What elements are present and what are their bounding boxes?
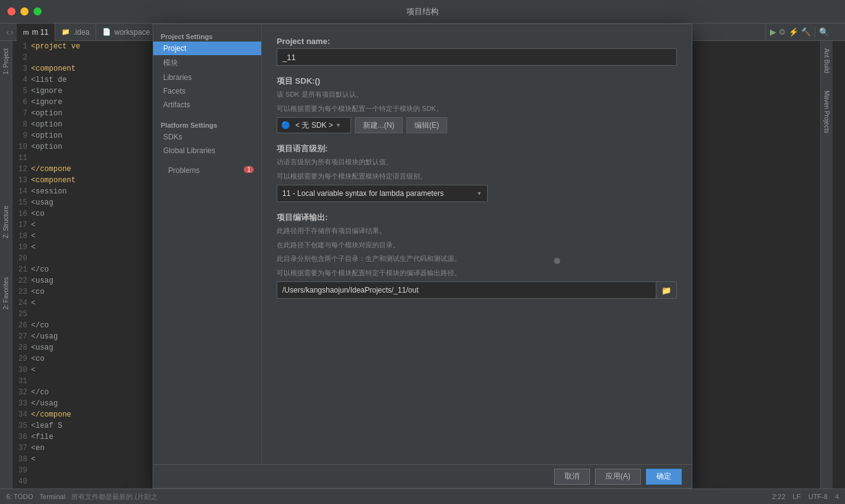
dialog-content: Project name: 项目 SDK:() 该 SDK 是所有项目默认认。 … xyxy=(262,24,692,464)
dialog-footer: 取消 应用(A) 确定 xyxy=(153,464,692,488)
language-section: 项目语言级别: 访语言级别为所有项目模块的默认值。 可以根据需要为每个模块配置模… xyxy=(277,143,677,202)
sdk-select[interactable]: 🔵 < 无 SDK > ▼ xyxy=(277,117,351,133)
encoding[interactable]: UTF-8 xyxy=(808,493,828,500)
output-desc3: 此目录分别包含两个子目录：生产和测试生产代码和测试源。 xyxy=(277,254,677,264)
sdk-new-button[interactable]: 新建...(N) xyxy=(355,117,403,133)
platform-settings-header: Platform Settings xyxy=(153,118,261,130)
nav-item-sdks[interactable]: SDKs xyxy=(153,130,261,144)
project-name-row: Project name: xyxy=(277,37,677,66)
project-settings-header: Project Settings xyxy=(153,29,261,42)
output-desc2: 在此路径下创建与每个模块对应的目录。 xyxy=(277,240,677,250)
sdk-select-value: < 无 SDK > xyxy=(295,120,333,131)
nav-item-global-libraries[interactable]: Global Libraries xyxy=(153,144,261,157)
nav-item-project[interactable]: Project xyxy=(153,42,261,55)
traffic-lights xyxy=(7,7,42,15)
sdk-controls: 🔵 < 无 SDK > ▼ 新建...(N) 编辑(E) xyxy=(277,117,677,133)
language-desc2: 可以根据需要为每个模块配置模块特定语言级别。 xyxy=(277,171,677,182)
sdk-desc2: 可以根据需要为每个模块配置一个特定于模块的 SDK。 xyxy=(277,104,677,114)
nav-item-modules[interactable]: 模块 xyxy=(153,55,261,71)
status-bar-right: 2:22 LF UTF-8 4 xyxy=(772,493,839,500)
language-desc1: 访语言级别为所有项目模块的默认值。 xyxy=(277,157,677,167)
project-name-label: Project name: xyxy=(277,37,677,46)
project-structure-dialog: Project Settings Project 模块 Libraries Fa… xyxy=(153,24,692,489)
maximize-button[interactable] xyxy=(34,7,42,15)
language-select[interactable]: 11 - Local variable syntax for lambda pa… xyxy=(277,185,488,202)
nav-item-artifacts[interactable]: Artifacts xyxy=(153,98,261,112)
cancel-button[interactable]: 取消 xyxy=(554,469,590,485)
line-ending[interactable]: LF xyxy=(793,493,801,500)
project-name-input[interactable] xyxy=(277,48,677,66)
status-message: 所有文件都是最新的 (片刻之 xyxy=(71,492,158,502)
minimize-button[interactable] xyxy=(20,7,29,15)
language-label: 项目语言级别: xyxy=(277,143,677,154)
sdk-section: 项目 SDK:() 该 SDK 是所有项目默认认。 可以根据需要为每个模块配置一… xyxy=(277,76,677,133)
status-bar: 6: TODO Terminal 所有文件都是最新的 (片刻之 2:22 LF … xyxy=(0,489,845,504)
terminal-label[interactable]: Terminal xyxy=(40,493,66,500)
sdk-label: 项目 SDK:() xyxy=(277,76,677,87)
sdk-edit-button[interactable]: 编辑(E) xyxy=(406,117,447,133)
nav-item-facets[interactable]: Facets xyxy=(153,84,261,98)
window-title: 项目结构 xyxy=(406,6,439,17)
output-section: 项目编译输出: 此路径用于存储所有项目编译结果。 在此路径下创建与每个模块对应的… xyxy=(277,212,677,299)
output-path-row: 📁 xyxy=(277,281,677,299)
nav-item-problems[interactable]: Problems 1 xyxy=(153,164,261,177)
nav-spacer xyxy=(153,112,261,118)
output-path-input[interactable] xyxy=(277,281,656,299)
status-bar-left: 6: TODO Terminal 所有文件都是最新的 (片刻之 xyxy=(6,492,762,502)
folder-icon: 📁 xyxy=(661,286,671,295)
nav-item-libraries[interactable]: Libraries xyxy=(153,71,261,84)
close-button[interactable] xyxy=(7,7,16,15)
todo-label[interactable]: 6: TODO xyxy=(6,493,34,500)
indent: 4 xyxy=(835,493,839,500)
title-bar: 项目结构 xyxy=(0,0,845,24)
problems-badge: 1 xyxy=(244,166,254,173)
output-folder-button[interactable]: 📁 xyxy=(656,281,677,299)
nav-spacer2 xyxy=(153,157,261,164)
ok-button[interactable]: 确定 xyxy=(646,469,682,485)
language-controls: 11 - Local variable syntax for lambda pa… xyxy=(277,185,677,202)
sdk-caret-icon: ▼ xyxy=(336,122,341,128)
sdk-desc1: 该 SDK 是所有项目默认认。 xyxy=(277,89,677,100)
output-desc1: 此路径用于存储所有项目编译结果。 xyxy=(277,226,677,236)
output-label: 项目编译输出: xyxy=(277,212,677,223)
dialog-overlay: Project Settings Project 模块 Libraries Fa… xyxy=(0,24,845,489)
sdk-icon: 🔵 xyxy=(281,121,290,130)
dialog-nav: Project Settings Project 模块 Libraries Fa… xyxy=(153,24,262,464)
language-select-value: 11 - Local variable syntax for lambda pa… xyxy=(282,189,444,198)
cursor-position: 2:22 xyxy=(772,493,785,500)
dialog-layout: Project Settings Project 模块 Libraries Fa… xyxy=(153,24,692,464)
output-desc4: 可以根据需要为每个模块配置特定于模块的编译器输出路径。 xyxy=(277,268,677,278)
apply-button[interactable]: 应用(A) xyxy=(595,469,641,485)
lang-caret-icon: ▼ xyxy=(476,190,482,197)
